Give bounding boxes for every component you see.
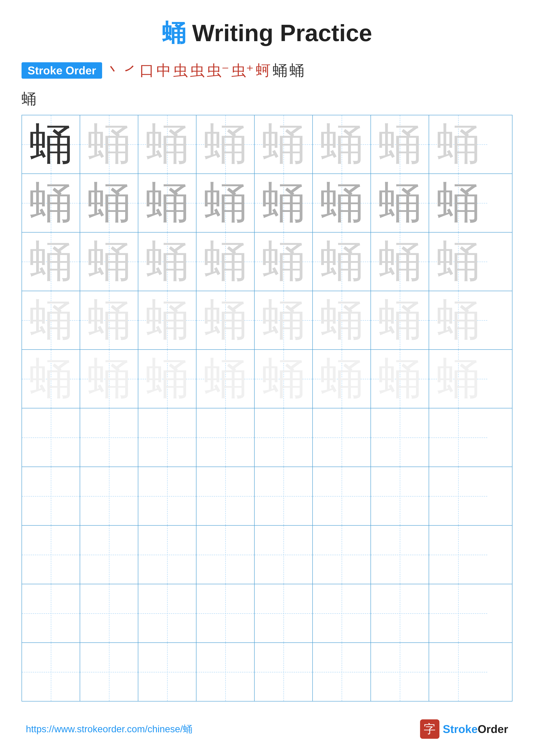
stroke-step-6: 虫 [190,63,205,78]
grid-cell-2-1: 蛹 [22,174,80,232]
grid-cell-2-6: 蛹 [313,174,371,232]
grid-cell-9-7 [371,584,429,642]
grid-cell-1-5: 蛹 [255,115,313,174]
grid-cell-10-6 [313,643,371,701]
grid-cell-4-5: 蛹 [255,291,313,349]
grid-row-3: 蛹 蛹 蛹 蛹 蛹 蛹 蛹 蛹 [22,232,512,291]
grid-cell-7-2 [80,467,138,525]
grid-cell-5-8: 蛹 [429,350,487,408]
title-char: 蛹 [162,20,186,46]
stroke-step-2: ㇒ [123,63,138,78]
grid-cell-6-3 [138,408,196,467]
grid-cell-6-2 [80,408,138,467]
grid-cell-9-8 [429,584,487,642]
grid-cell-3-5: 蛹 [255,232,313,291]
grid-row-1: 蛹 蛹 蛹 蛹 蛹 蛹 蛹 蛹 [22,115,512,174]
grid-cell-7-8 [429,467,487,525]
grid-cell-9-3 [138,584,196,642]
grid-row-5: 蛹 蛹 蛹 蛹 蛹 蛹 蛹 蛹 [22,350,512,408]
stroke-order-badge: Stroke Order [21,62,102,79]
grid-cell-2-7: 蛹 [371,174,429,232]
grid-cell-2-3: 蛹 [138,174,196,232]
grid-cell-3-2: 蛹 [80,232,138,291]
stroke-step-9: 蚵 [256,63,270,78]
grid-cell-1-8: 蛹 [429,115,487,174]
grid-cell-8-6 [313,526,371,584]
stroke-step-1: 丶 [106,63,121,78]
grid-cell-4-8: 蛹 [429,291,487,349]
grid-cell-1-1: 蛹 [22,115,80,174]
stroke-order-section: Stroke Order 丶 ㇒ 口 中 虫 虫 虫⁻ 虫⁺ 蚵 蛹 蛹 [21,62,513,79]
footer-url[interactable]: https://www.strokeorder.com/chinese/蛹 [26,723,192,736]
footer-logo-text: StrokeOrder [443,723,508,736]
grid-cell-3-8: 蛹 [429,232,487,291]
grid-cell-7-5 [255,467,313,525]
grid-cell-7-6 [313,467,371,525]
grid-cell-10-7 [371,643,429,701]
grid-row-6 [22,408,512,467]
practice-grid: 蛹 蛹 蛹 蛹 蛹 蛹 蛹 蛹 蛹 蛹 蛹 蛹 蛹 蛹 蛹 蛹 蛹 蛹 蛹 蛹 … [21,115,513,701]
grid-cell-9-5 [255,584,313,642]
grid-cell-9-6 [313,584,371,642]
grid-cell-8-5 [255,526,313,584]
grid-cell-6-4 [196,408,255,467]
stroke-sequence: 丶 ㇒ 口 中 虫 虫 虫⁻ 虫⁺ 蚵 蛹 蛹 [106,63,304,78]
grid-cell-6-1 [22,408,80,467]
grid-row-9 [22,584,512,643]
grid-cell-8-7 [371,526,429,584]
grid-cell-8-2 [80,526,138,584]
grid-row-2: 蛹 蛹 蛹 蛹 蛹 蛹 蛹 蛹 [22,174,512,232]
grid-cell-8-8 [429,526,487,584]
stroke-last-char: 蛹 [21,91,36,107]
grid-cell-2-8: 蛹 [429,174,487,232]
grid-cell-6-6 [313,408,371,467]
grid-cell-5-2: 蛹 [80,350,138,408]
stroke-last-line: 蛹 [21,92,534,106]
grid-cell-9-4 [196,584,255,642]
page-title: 蛹 Writing Practice [0,0,534,62]
grid-cell-3-1: 蛹 [22,232,80,291]
grid-cell-3-7: 蛹 [371,232,429,291]
grid-row-4: 蛹 蛹 蛹 蛹 蛹 蛹 蛹 蛹 [22,291,512,350]
grid-cell-5-6: 蛹 [313,350,371,408]
stroke-step-3: 口 [140,63,154,78]
grid-cell-6-8 [429,408,487,467]
grid-cell-2-2: 蛹 [80,174,138,232]
grid-cell-4-6: 蛹 [313,291,371,349]
stroke-step-11: 蛹 [290,63,304,78]
grid-cell-8-1 [22,526,80,584]
stroke-step-7: 虫⁻ [207,63,229,78]
grid-cell-1-2: 蛹 [80,115,138,174]
grid-cell-1-4: 蛹 [196,115,255,174]
footer-logo-icon: 字 [420,719,440,739]
grid-cell-1-6: 蛹 [313,115,371,174]
grid-cell-5-3: 蛹 [138,350,196,408]
grid-cell-5-5: 蛹 [255,350,313,408]
grid-cell-4-4: 蛹 [196,291,255,349]
grid-cell-7-4 [196,467,255,525]
footer-logo: 字 StrokeOrder [420,719,508,739]
grid-cell-5-7: 蛹 [371,350,429,408]
grid-cell-10-2 [80,643,138,701]
grid-cell-1-3: 蛹 [138,115,196,174]
grid-cell-3-6: 蛹 [313,232,371,291]
grid-cell-4-2: 蛹 [80,291,138,349]
grid-row-7 [22,467,512,526]
grid-cell-9-1 [22,584,80,642]
grid-cell-10-3 [138,643,196,701]
stroke-step-4: 中 [156,63,171,78]
grid-row-10 [22,643,512,701]
grid-cell-3-4: 蛹 [196,232,255,291]
grid-cell-6-7 [371,408,429,467]
grid-cell-10-1 [22,643,80,701]
stroke-step-10: 蛹 [273,63,287,78]
grid-cell-6-5 [255,408,313,467]
grid-cell-7-7 [371,467,429,525]
grid-cell-2-5: 蛹 [255,174,313,232]
grid-cell-10-8 [429,643,487,701]
footer: https://www.strokeorder.com/chinese/蛹 字 … [0,719,534,739]
grid-cell-5-4: 蛹 [196,350,255,408]
grid-cell-4-1: 蛹 [22,291,80,349]
grid-cell-8-4 [196,526,255,584]
grid-row-8 [22,526,512,584]
